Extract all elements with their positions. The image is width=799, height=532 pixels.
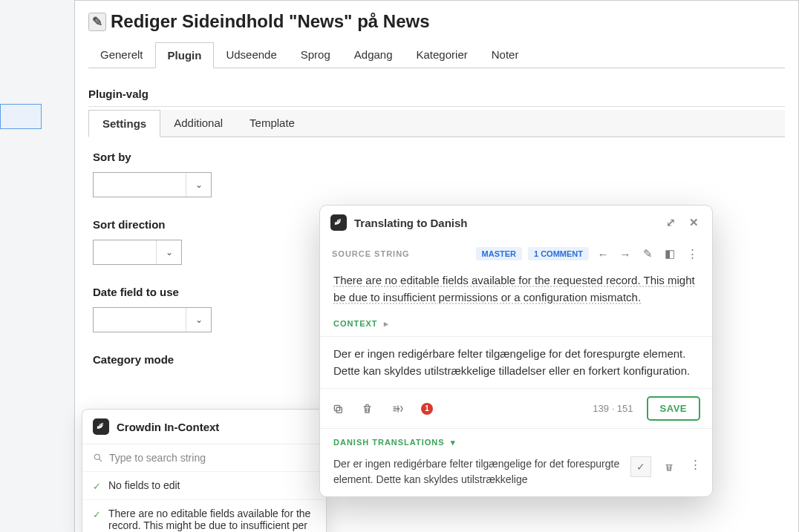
source-string-row: SOURCE STRING MASTER 1 COMMENT ← → ✎ ◧ ⋮ — [320, 243, 712, 265]
modal-header: Translating to Danish ⤢ ✕ — [320, 206, 712, 240]
source-string-label: SOURCE STRING — [332, 249, 470, 258]
tab-sprog[interactable]: Sprog — [289, 42, 342, 68]
crowdin-incontext-panel: Crowdin In-Context Type to search string… — [82, 409, 327, 532]
tm-icon[interactable] — [391, 403, 408, 415]
field-sort-by: Sort by ⌄ — [93, 151, 785, 197]
select-date-field[interactable]: ⌄ — [93, 307, 212, 332]
context-row[interactable]: CONTEXT ▸ — [320, 316, 712, 337]
subtab-additional[interactable]: Additional — [160, 110, 236, 137]
tab-udseende[interactable]: Udseende — [214, 42, 288, 68]
danish-translations-header[interactable]: DANISH TRANSLATIONS ▾ — [320, 429, 712, 452]
svg-rect-1 — [334, 405, 339, 410]
more-icon[interactable]: ⋮ — [687, 456, 703, 473]
select-sort-by[interactable]: ⌄ — [93, 172, 212, 197]
close-icon[interactable]: ✕ — [686, 214, 702, 231]
edit-icon: ✎ — [88, 13, 106, 31]
delete-translation-icon[interactable] — [659, 456, 679, 477]
source-text: There are no editable fields available f… — [320, 265, 712, 316]
incontext-item-text: There are no editable fields available f… — [108, 508, 316, 531]
search-icon — [93, 453, 103, 463]
translation-modal: Translating to Danish ⤢ ✕ SOURCE STRING … — [319, 205, 713, 497]
incontext-item[interactable]: ✓ There are no editable fields available… — [82, 499, 326, 532]
plugin-section-header: Plugin-valg — [88, 82, 785, 107]
tab-plugin[interactable]: Plugin — [155, 42, 215, 68]
plugin-subtab-row: Settings Additional Template — [88, 110, 785, 137]
incontext-header: Crowdin In-Context — [82, 410, 326, 444]
svg-point-0 — [94, 454, 100, 459]
tab-generelt[interactable]: Generelt — [88, 42, 155, 68]
label-sort-by: Sort by — [93, 151, 785, 163]
modal-title: Translating to Danish — [354, 217, 468, 229]
tab-noter[interactable]: Noter — [480, 42, 531, 68]
expand-icon[interactable]: ⤢ — [663, 214, 679, 231]
check-icon: ✓ — [93, 509, 101, 520]
danish-translation-text: Der er ingen redigérbare felter tilgænge… — [333, 456, 623, 487]
incontext-item-text: No fields to edit — [108, 479, 180, 491]
tree-selection-stub — [0, 104, 42, 129]
translation-input[interactable]: Der er ingen redigérbare felter tilgænge… — [320, 337, 712, 389]
copy-source-icon[interactable] — [332, 403, 348, 415]
save-button[interactable]: SAVE — [647, 396, 700, 421]
tab-kategorier[interactable]: Kategorier — [405, 42, 480, 68]
svg-rect-2 — [336, 407, 342, 413]
layout-icon[interactable]: ◧ — [662, 247, 678, 260]
issues-badge[interactable]: 1 — [421, 403, 433, 415]
chevron-down-icon: ⌄ — [156, 240, 181, 264]
incontext-search[interactable]: Type to search string — [82, 444, 326, 471]
danish-translation-item[interactable]: Der er ingen redigérbare felter tilgænge… — [320, 452, 712, 496]
next-arrow-icon[interactable]: → — [617, 248, 633, 260]
char-counter: 139 · 151 — [593, 403, 633, 414]
subtab-template[interactable]: Template — [236, 110, 308, 137]
crowdin-logo-icon — [93, 418, 109, 435]
context-label: CONTEXT — [333, 319, 378, 328]
chevron-down-icon: ⌄ — [186, 308, 211, 332]
main-tab-row: Generelt Plugin Udseende Sprog Adgang Ka… — [88, 42, 785, 68]
chevron-down-icon: ▾ — [448, 438, 456, 447]
search-placeholder: Type to search string — [109, 452, 206, 464]
prev-arrow-icon[interactable]: ← — [595, 248, 611, 260]
trash-icon[interactable] — [362, 403, 378, 415]
approve-button[interactable]: ✓ — [630, 456, 651, 477]
danish-translations-label: DANISH TRANSLATIONS — [333, 438, 445, 447]
incontext-item[interactable]: ✓ No fields to edit — [82, 471, 326, 499]
tab-adgang[interactable]: Adgang — [342, 42, 405, 68]
pencil-icon[interactable]: ✎ — [639, 247, 656, 260]
incontext-title: Crowdin In-Context — [117, 421, 219, 433]
translation-toolbar: 1 139 · 151 SAVE — [320, 389, 712, 429]
master-badge[interactable]: MASTER — [476, 247, 522, 260]
page-title-text: Rediger Sideindhold "News" på News — [111, 11, 430, 32]
page-title: ✎ Rediger Sideindhold "News" på News — [88, 11, 785, 32]
chevron-down-icon: ⌄ — [186, 173, 211, 197]
crowdin-logo-icon — [330, 214, 347, 231]
comments-badge[interactable]: 1 COMMENT — [528, 247, 589, 260]
subtab-settings[interactable]: Settings — [88, 110, 160, 137]
chevron-right-icon: ▸ — [381, 319, 389, 328]
check-icon: ✓ — [93, 481, 101, 492]
more-icon[interactable]: ⋮ — [684, 247, 700, 260]
select-sort-direction[interactable]: ⌄ — [93, 240, 182, 265]
